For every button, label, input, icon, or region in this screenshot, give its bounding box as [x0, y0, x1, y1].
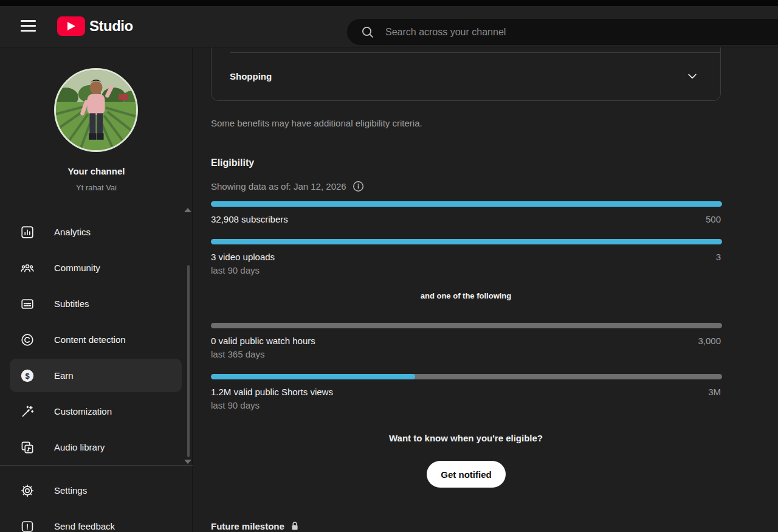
benefits-note: Some benefits may have additional eligib… [211, 118, 721, 128]
requirement-uploads: 3 video uploads 3 [211, 252, 721, 262]
requirement-sublabel: last 365 days [211, 349, 264, 359]
get-notified-button[interactable]: Get notified [427, 461, 506, 488]
dollar-icon: $ [20, 368, 35, 383]
requirement-target: 3M [708, 387, 721, 397]
subtitles-icon [20, 297, 35, 311]
sidebar-scroll-up-arrow[interactable] [184, 208, 191, 212]
requirement-label: 3 video uploads [211, 252, 275, 262]
requirement-watch-hours: 0 valid public watch hours 3,000 [211, 336, 721, 346]
requirement-label: 0 valid public watch hours [211, 336, 315, 346]
requirement-target: 3 [716, 252, 721, 262]
channel-name: Yt rahat Vai [0, 183, 193, 192]
progress-bar-shorts-views [211, 374, 722, 379]
feedback-icon [20, 519, 35, 532]
channel-title: Your channel [0, 166, 193, 176]
sidebar-item-analytics[interactable]: Analytics [0, 214, 193, 250]
sidebar-item-subtitles[interactable]: Subtitles [0, 286, 193, 322]
requirement-sublabel: last 90 days [211, 400, 260, 410]
sidebar-divider [0, 465, 193, 466]
sidebar-item-audio-library[interactable]: Audio library [0, 429, 193, 465]
requirement-target: 3,000 [698, 336, 721, 346]
sidebar: Your channel Yt rahat Vai Analytics [0, 47, 193, 532]
copyright-icon [20, 333, 35, 347]
analytics-icon [20, 225, 35, 240]
requirement-shorts-views: 1.2M valid public Shorts views 3M [211, 387, 721, 397]
separator-text: and one of the following [211, 291, 721, 300]
brand-text: Studio [89, 18, 133, 35]
lock-icon [291, 521, 299, 531]
progress-bar-uploads [211, 239, 722, 244]
magic-wand-icon [20, 404, 35, 419]
sidebar-item-community[interactable]: Community [0, 250, 193, 286]
card-divider [230, 52, 720, 53]
audio-library-icon [20, 440, 35, 455]
shopping-section-title: Shopping [230, 71, 272, 81]
search-input[interactable]: Search across your channel [347, 19, 778, 45]
gear-icon [20, 483, 35, 498]
requirement-label: 32,908 subscribers [211, 214, 288, 224]
main-content: Shopping Some benefits may have addition… [193, 47, 778, 532]
chevron-down-icon[interactable] [686, 70, 698, 82]
info-icon[interactable] [353, 181, 364, 192]
svg-text:$: $ [25, 371, 30, 380]
progress-bar-subscribers [211, 201, 722, 207]
future-milestone-text: Future milestone [211, 521, 284, 531]
future-milestone-heading: Future milestone [211, 521, 721, 531]
youtube-play-icon [57, 16, 85, 36]
sidebar-item-customization[interactable]: Customization [0, 393, 193, 429]
data-as-of-row: Showing data as of: Jan 12, 2026 [211, 181, 721, 192]
search-icon [360, 25, 375, 40]
hamburger-menu-icon[interactable] [21, 20, 36, 33]
window-top-strip [0, 0, 778, 6]
cta-question: Want to know when you're eligible? [211, 433, 721, 443]
sidebar-item-earn[interactable]: $ Earn [0, 358, 193, 393]
requirement-sublabel: last 90 days [211, 265, 260, 275]
sidebar-item-content-detection[interactable]: Content detection [0, 322, 193, 358]
requirement-label: 1.2M valid public Shorts views [211, 387, 333, 397]
youtube-studio-window: Studio Search across your channel [0, 0, 778, 532]
eligibility-title: Eligibility [211, 157, 721, 168]
sidebar-item-send-feedback[interactable]: Send feedback [0, 508, 193, 532]
requirement-target: 500 [706, 214, 721, 224]
data-as-of-text: Showing data as of: Jan 12, 2026 [211, 181, 346, 192]
studio-logo[interactable]: Studio [57, 16, 133, 36]
channel-avatar[interactable] [54, 68, 138, 152]
progress-bar-watch-hours [211, 323, 722, 328]
requirement-subscribers: 32,908 subscribers 500 [211, 214, 721, 224]
app-header: Studio Search across your channel [0, 6, 778, 47]
search-placeholder: Search across your channel [385, 27, 506, 38]
community-icon [20, 261, 35, 275]
sidebar-item-settings[interactable]: Settings [0, 472, 193, 508]
